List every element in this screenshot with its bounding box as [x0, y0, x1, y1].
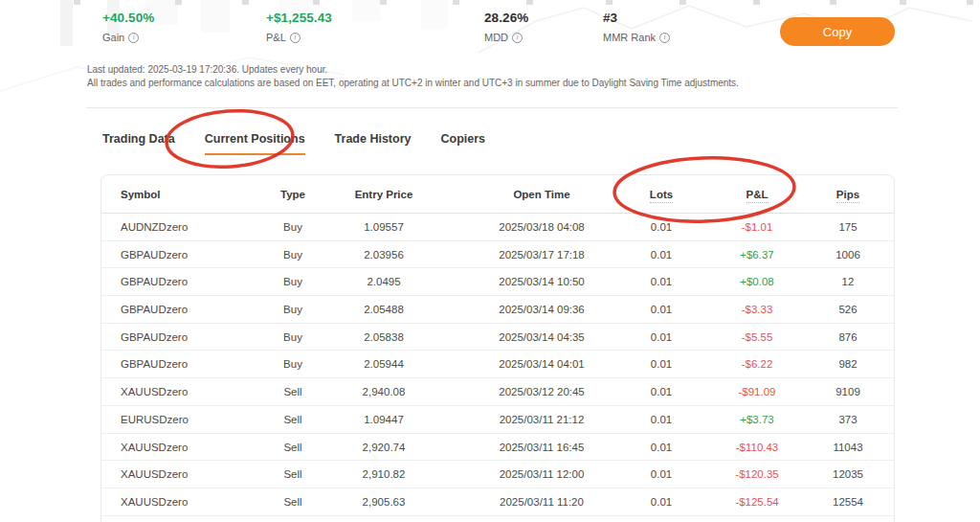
table-row: XAUUSDzero Sell 2,910.82 2025/03/11 12:0…	[101, 461, 894, 488]
cell-lots: 0.01	[623, 442, 700, 453]
cell-open-time: 2025/03/14 09:36	[465, 304, 618, 315]
cell-entry-price: 2.05944	[341, 358, 427, 370]
cell-symbol: AUDNZDzero	[121, 221, 255, 233]
tab-current-positions[interactable]: Current Positions	[205, 132, 305, 155]
cell-open-time: 2025/03/11 16:45	[465, 442, 618, 453]
stat-mmr-rank: #3 MMR Rank i	[603, 11, 772, 43]
cell-pnl: +$3.73	[719, 414, 795, 425]
gain-value: +40.50%	[102, 11, 266, 25]
cell-entry-price: 2,940.08	[341, 386, 427, 397]
cell-pnl: -$5.55	[719, 331, 795, 343]
cell-pnl: -$110.43	[719, 442, 795, 453]
cell-lots: 0.01	[623, 304, 700, 315]
cell-type: Sell	[255, 414, 331, 425]
cell-symbol: GBPAUDzero	[121, 249, 255, 261]
cell-pips: 526	[810, 304, 886, 315]
positions-table-header: Symbol Type Entry Price Open Time Lots P…	[101, 175, 894, 214]
cell-symbol: GBPAUDzero	[121, 276, 255, 287]
cell-entry-price: 2.05838	[341, 331, 427, 343]
table-row: XAUUSDzero Sell 2,902.62 2025/03/11 11:0…	[101, 516, 894, 522]
mdd-label: MDD i	[484, 32, 603, 43]
cell-entry-price: 2.03956	[341, 249, 427, 261]
pnl-label: P&L i	[266, 32, 484, 43]
table-row: GBPAUDzero Buy 2.05944 2025/03/14 04:01 …	[101, 351, 894, 378]
tab-copiers[interactable]: Copiers	[440, 132, 485, 155]
section-divider	[86, 107, 898, 108]
cell-symbol: XAUUSDzero	[121, 496, 255, 508]
cell-entry-price: 2,905.63	[341, 496, 427, 508]
cell-pips: 12	[810, 276, 886, 287]
tab-bar: Trading Data Current Positions Trade His…	[102, 132, 485, 155]
col-header-symbol: Symbol	[121, 189, 255, 200]
table-row: GBPAUDzero Buy 2.05488 2025/03/14 09:36 …	[101, 296, 894, 324]
cell-entry-price: 2.05488	[341, 304, 427, 315]
cell-entry-price: 1.09447	[341, 414, 427, 425]
col-header-open-time: Open Time	[465, 189, 618, 200]
mdd-info-icon[interactable]: i	[512, 33, 523, 43]
cell-symbol: XAUUSDzero	[121, 468, 255, 480]
cell-lots: 0.01	[623, 358, 700, 370]
cell-symbol: GBPAUDzero	[121, 331, 255, 343]
cell-lots: 0.01	[623, 386, 700, 397]
cell-pips: 11043	[810, 442, 886, 453]
cell-symbol: GBPAUDzero	[121, 304, 255, 315]
cell-lots: 0.01	[623, 276, 700, 287]
cell-lots: 0.01	[623, 414, 700, 425]
cell-pnl: -$91.09	[719, 386, 795, 397]
cell-open-time: 2025/03/18 04:08	[465, 221, 618, 233]
copy-button[interactable]: Copy	[780, 17, 895, 46]
cell-pips: 876	[810, 331, 886, 343]
cell-type: Buy	[255, 221, 331, 233]
cell-pips: 982	[810, 358, 886, 370]
gain-info-icon[interactable]: i	[128, 33, 139, 43]
update-notes: Last updated: 2025-03-19 17:20:36. Updat…	[87, 63, 901, 89]
cell-type: Buy	[255, 331, 331, 343]
cell-symbol: XAUUSDzero	[121, 386, 255, 397]
cell-pnl: +$0.08	[719, 276, 795, 287]
cell-type: Sell	[255, 496, 331, 508]
mmr-rank-label: MMR Rank i	[603, 32, 772, 43]
col-header-lots[interactable]: Lots	[623, 189, 700, 200]
cell-pnl: -$125.54	[719, 496, 795, 508]
positions-table-rows: AUDNZDzero Buy 1.09557 2025/03/18 04:08 …	[101, 214, 894, 522]
account-stats-row: +40.50% Gain i +$1,255.43 P&L i 28.26% M…	[102, 11, 772, 43]
cell-pnl: -$6.22	[719, 358, 795, 370]
timezone-note-text: All trades and performance calculations …	[87, 77, 901, 90]
last-updated-text: Last updated: 2025-03-19 17:20:36. Updat…	[87, 63, 901, 77]
cell-open-time: 2025/03/14 10:50	[465, 276, 618, 287]
col-header-pnl[interactable]: P&L	[719, 189, 795, 200]
cell-open-time: 2025/03/14 04:01	[465, 358, 618, 370]
cell-entry-price: 2,910.82	[341, 468, 427, 480]
cell-type: Sell	[255, 442, 331, 453]
cell-open-time: 2025/03/12 20:45	[465, 386, 618, 397]
tab-trade-history[interactable]: Trade History	[335, 132, 412, 155]
table-row: GBPAUDzero Buy 2.03956 2025/03/17 17:18 …	[101, 241, 894, 269]
table-row: GBPAUDzero Buy 2.05838 2025/03/14 04:35 …	[101, 324, 894, 352]
col-header-pips[interactable]: Pips	[810, 189, 886, 200]
cell-symbol: EURUSDzero	[121, 414, 255, 425]
cell-type: Buy	[255, 304, 331, 315]
cell-open-time: 2025/03/11 12:00	[465, 468, 618, 480]
cell-entry-price: 1.09557	[341, 221, 427, 233]
tab-trading-data[interactable]: Trading Data	[102, 132, 175, 155]
pnl-info-icon[interactable]: i	[290, 33, 301, 43]
pnl-value: +$1,255.43	[266, 11, 484, 25]
mmr-rank-value: #3	[603, 11, 772, 25]
cell-entry-price: 2,920.74	[341, 442, 427, 453]
mmr-rank-info-icon[interactable]: i	[659, 33, 670, 43]
cell-lots: 0.01	[623, 249, 700, 261]
cell-pnl: -$1.01	[719, 221, 795, 233]
table-row: XAUUSDzero Sell 2,920.74 2025/03/11 16:4…	[101, 434, 894, 462]
cell-pips: 12035	[810, 468, 886, 480]
cell-pips: 12554	[810, 496, 886, 508]
cell-pips: 373	[810, 414, 886, 425]
cell-lots: 0.01	[623, 331, 700, 343]
table-row: XAUUSDzero Sell 2,905.63 2025/03/11 11:2…	[101, 488, 894, 516]
table-row: XAUUSDzero Sell 2,940.08 2025/03/12 20:4…	[101, 378, 894, 406]
cell-lots: 0.01	[623, 496, 700, 508]
cell-pips: 1006	[810, 249, 886, 261]
cell-pnl: -$120.35	[719, 468, 795, 480]
gain-label: Gain i	[102, 32, 266, 43]
cell-type: Buy	[255, 249, 331, 261]
cell-open-time: 2025/03/14 04:35	[465, 331, 618, 343]
